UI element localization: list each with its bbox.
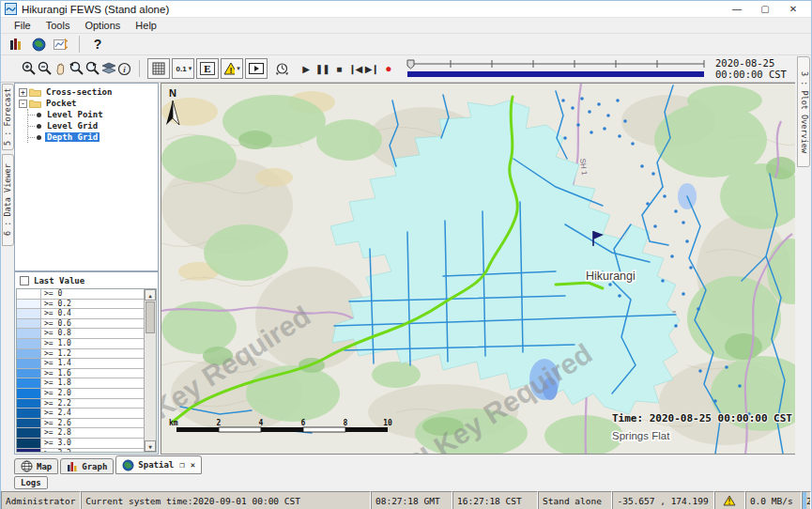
svg-text:!: ! <box>229 66 232 75</box>
legend-label: >= 0.2 <box>41 300 71 309</box>
dock-tabs: Map Graph Spatial ❐ ✕ <box>1 455 811 474</box>
step-end-button[interactable]: ▶❙ <box>363 64 380 74</box>
timeline-slider[interactable] <box>406 57 708 80</box>
zoom-in-button[interactable] <box>22 59 38 78</box>
maximize-button[interactable]: ▢ <box>751 1 779 17</box>
tree-item-depth-grid[interactable]: Depth Grid <box>28 131 158 143</box>
pause-button[interactable]: ❚❚ <box>314 64 330 74</box>
zoom-previous-button[interactable] <box>69 59 84 78</box>
tab-map[interactable]: Map <box>14 458 58 474</box>
legend-scrollbar[interactable]: ▲ ▼ <box>144 289 156 452</box>
tree-label[interactable]: Cross-section <box>44 87 114 97</box>
legend-swatch <box>17 399 41 409</box>
info-button[interactable]: i <box>116 59 132 78</box>
collapse-icon[interactable]: - <box>19 100 27 108</box>
tree-item-pocket[interactable]: - Pocket <box>19 98 158 109</box>
last-value-row: Last Value <box>15 272 158 288</box>
map-time-label: Time: 2020-08-25 00:00:00 CST <box>612 412 792 424</box>
legend-label: >= 2.2 <box>41 399 71 409</box>
menu-options[interactable]: Options <box>77 20 128 31</box>
status-local-time: 16:27:18 CST <box>452 491 538 509</box>
legend-swatch <box>17 309 41 318</box>
area-label: Springs Flat <box>612 430 670 441</box>
scrollbar-thumb[interactable] <box>146 301 155 333</box>
help-button[interactable]: ? <box>86 35 109 54</box>
label-toggle-button[interactable]: E <box>196 58 219 79</box>
logs-row: Logs <box>1 474 811 491</box>
tree-item-cross-section[interactable]: + Cross-section <box>19 86 158 98</box>
tab-spatial[interactable]: Spatial ❐ ✕ <box>115 455 202 474</box>
scale-tick: 10 <box>383 419 392 427</box>
tree-label[interactable]: Level Grid <box>45 121 100 131</box>
legend-label: >= 3.0 <box>41 439 71 448</box>
legend-label: >= 2.4 <box>41 409 71 418</box>
tree-item-level-point[interactable]: Level Point <box>28 109 158 120</box>
zoom-previous-icon <box>69 61 84 76</box>
menu-help[interactable]: Help <box>128 20 164 31</box>
last-value-checkbox[interactable] <box>20 276 29 285</box>
legend-label: >= 1.6 <box>41 369 71 378</box>
legend-swatch <box>17 300 41 309</box>
tab-data-viewer[interactable]: 6 : Data Viewer <box>2 154 14 246</box>
step-begin-button[interactable]: ❙◀ <box>346 64 363 74</box>
timeline-thumb <box>407 60 414 69</box>
layers-button[interactable] <box>100 59 116 78</box>
pan-button[interactable] <box>54 59 69 78</box>
scale-tick: 4 <box>259 419 264 427</box>
legend-label: >= 0 <box>41 289 62 299</box>
record-button[interactable]: ● <box>380 62 397 75</box>
legend-row: >= 0.4 <box>17 309 144 319</box>
maximize-panel-icon[interactable]: ❐ <box>179 460 184 470</box>
zoom-next-button[interactable] <box>84 59 100 78</box>
grid-button[interactable] <box>147 58 170 79</box>
scale-tick: 2 <box>217 419 222 427</box>
play-button[interactable]: ▶ <box>298 64 314 74</box>
close-button[interactable]: ✕ <box>779 1 807 17</box>
zoom-out-button[interactable] <box>38 59 54 78</box>
legend-label: >= 2.0 <box>41 389 71 398</box>
tab-graph-label: Graph <box>82 462 107 471</box>
menu-tools[interactable]: Tools <box>38 20 78 31</box>
scroll-down-icon[interactable]: ▼ <box>145 440 156 452</box>
map-view[interactable]: API Key Required API Key Required SH 1 H… <box>161 83 799 455</box>
close-panel-icon[interactable]: ✕ <box>191 460 195 470</box>
time-navigator-button[interactable] <box>274 59 290 78</box>
tree-item-level-grid[interactable]: Level Grid <box>28 120 158 131</box>
layers-icon <box>101 62 116 75</box>
tree-label[interactable]: Level Point <box>45 110 105 119</box>
stop-button[interactable]: ■ <box>330 64 347 74</box>
help-icon: ? <box>94 37 102 52</box>
legend-swatch <box>17 329 41 338</box>
tab-forecast[interactable]: 5 : Forecast <box>2 84 14 150</box>
minimize-button[interactable]: — <box>723 1 751 17</box>
globe-button[interactable] <box>27 35 50 54</box>
zoom-next-icon <box>84 61 100 76</box>
label-icon: E <box>200 62 214 75</box>
logs-button[interactable]: Logs <box>14 476 48 489</box>
legend-swatch <box>17 449 41 454</box>
app-window: Hikurangi FEWS (Stand alone) — ▢ ✕ File … <box>0 0 812 509</box>
warning-dropdown[interactable]: ! ▾ <box>221 58 243 79</box>
zoom-out-icon <box>38 61 53 76</box>
movie-button[interactable] <box>245 58 268 79</box>
svg-text:!: ! <box>728 498 732 506</box>
menu-file[interactable]: File <box>7 20 38 31</box>
tab-plot-overview[interactable]: 3 : Plot Overview <box>797 56 810 167</box>
legend-label: >= 2.8 <box>41 428 71 438</box>
bar-chart-icon <box>67 461 78 472</box>
threshold-dropdown[interactable]: 0.1 ▾ <box>172 58 194 79</box>
legend-swatch <box>17 349 41 359</box>
expand-icon[interactable]: + <box>19 88 27 97</box>
database-button[interactable] <box>5 35 27 54</box>
tree-label-selected[interactable]: Depth Grid <box>45 132 100 142</box>
scroll-up-icon[interactable]: ▲ <box>145 289 156 301</box>
info-icon: i <box>117 62 131 76</box>
tree-label[interactable]: Pocket <box>44 99 79 108</box>
map-toolbar: i 0.1 ▾ E ! ▾ ▶ ❚❚ ■ ❙◀ ▶❙ ● <box>1 55 811 83</box>
tree-children: Level Point Level Grid Depth Grid <box>27 109 158 143</box>
tab-spatial-label: Spatial <box>138 460 174 470</box>
scrollbar-track[interactable] <box>145 334 156 440</box>
timeseries-button[interactable] <box>50 35 72 54</box>
tab-graph[interactable]: Graph <box>60 458 114 474</box>
tab-map-label: Map <box>37 462 52 471</box>
